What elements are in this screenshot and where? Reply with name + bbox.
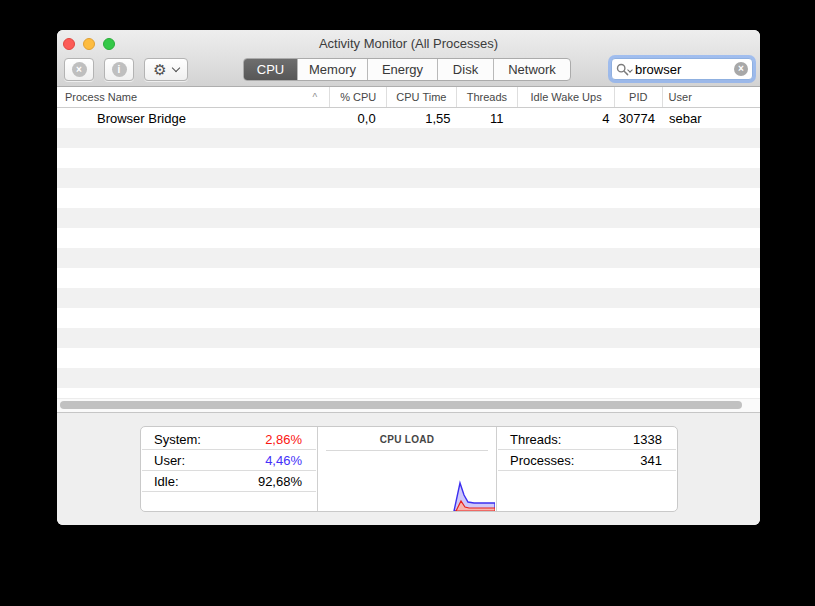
search-field[interactable]: × — [611, 58, 753, 80]
column-header-threads[interactable]: Threads — [457, 87, 519, 107]
column-label: % CPU — [340, 91, 376, 103]
horizontal-scrollbar[interactable] — [57, 398, 760, 412]
close-button[interactable] — [63, 38, 75, 50]
column-header-user[interactable]: User — [663, 87, 760, 107]
cell-idle-wake-ups: 4 — [520, 108, 616, 128]
cpu-summary-box: System:2,86%User:4,46%Idle:92,68% CPU LO… — [140, 426, 678, 512]
cell-user: sebar — [663, 108, 760, 128]
quit-process-icon: × — [72, 62, 87, 77]
column-label: PID — [629, 91, 647, 103]
column-label: Threads — [467, 91, 507, 103]
cpu-stat-label: System: — [154, 432, 201, 447]
column-header-cpu-time[interactable]: CPU Time — [387, 87, 456, 107]
cpu-stat-row: Idle:92,68% — [142, 471, 316, 492]
tab-disk[interactable]: Disk — [438, 59, 494, 80]
cpu-load-section: CPU LOAD — [318, 427, 497, 511]
minimize-button[interactable] — [83, 38, 95, 50]
quit-process-button[interactable]: × — [64, 58, 94, 81]
titlebar[interactable]: Activity Monitor (All Processes) — [57, 30, 760, 57]
cpu-load-graph — [318, 461, 495, 511]
scrollbar-thumb[interactable] — [60, 401, 742, 409]
cpu-percent-section: System:2,86%User:4,46%Idle:92,68% — [141, 427, 318, 511]
activity-monitor-window: Activity Monitor (All Processes) × i ⚙ C… — [57, 30, 760, 525]
tab-energy[interactable]: Energy — [368, 59, 438, 80]
column-label: Idle Wake Ups — [531, 91, 602, 103]
column-label: Process Name — [65, 91, 137, 103]
tab-network[interactable]: Network — [494, 59, 570, 80]
cpu-stat-label: User: — [154, 453, 185, 468]
table-header: Process Name^% CPUCPU TimeThreadsIdle Wa… — [57, 87, 760, 108]
window-chrome: Activity Monitor (All Processes) × i ⚙ C… — [57, 30, 760, 87]
view-switcher: CPUMemoryEnergyDiskNetwork — [243, 58, 571, 81]
inspect-process-button[interactable]: i — [104, 58, 134, 81]
process-table[interactable]: Browser Bridge0,01,5511430774sebar — [57, 108, 760, 398]
info-icon: i — [112, 62, 127, 77]
column-label: CPU Time — [396, 91, 446, 103]
search-input[interactable] — [633, 62, 734, 77]
actions-menu-button[interactable]: ⚙ — [144, 58, 188, 81]
footer-panel: System:2,86%User:4,46%Idle:92,68% CPU LO… — [57, 412, 760, 525]
gear-icon: ⚙ — [153, 62, 166, 77]
cpu-stat-value: 2,86% — [265, 432, 302, 447]
search-menu-chevron-icon — [627, 67, 633, 73]
cell--cpu: 0,0 — [332, 108, 389, 128]
column-header--cpu[interactable]: % CPU — [330, 87, 387, 107]
tab-cpu[interactable]: CPU — [244, 59, 298, 80]
traffic-lights — [63, 38, 115, 50]
column-header-process-name[interactable]: Process Name^ — [57, 87, 330, 107]
cell-process-name: Browser Bridge — [57, 108, 332, 128]
cpu-stat-row: User:4,46% — [142, 450, 316, 471]
count-value: 1338 — [633, 432, 662, 447]
toolbar: × i ⚙ CPUMemoryEnergyDiskNetwork × — [57, 57, 760, 87]
column-header-idle-wake-ups[interactable]: Idle Wake Ups — [518, 87, 615, 107]
cell-cpu-time: 1,55 — [389, 108, 458, 128]
cpu-stat-value: 92,68% — [258, 474, 302, 489]
cpu-load-divider — [326, 450, 488, 451]
column-label: User — [669, 91, 692, 103]
window-title: Activity Monitor (All Processes) — [57, 30, 760, 58]
chevron-down-icon — [171, 63, 179, 71]
zoom-button[interactable] — [103, 38, 115, 50]
column-header-pid[interactable]: PID — [615, 87, 663, 107]
tab-memory[interactable]: Memory — [298, 59, 368, 80]
count-value: 341 — [640, 453, 662, 468]
count-label: Threads: — [510, 432, 561, 447]
sort-ascending-icon: ^ — [312, 92, 323, 103]
process-row[interactable]: Browser Bridge0,01,5511430774sebar — [57, 108, 760, 128]
count-label: Processes: — [510, 453, 574, 468]
cpu-stat-value: 4,46% — [265, 453, 302, 468]
count-row: Processes:341 — [498, 450, 676, 471]
counts-section: Threads:1338Processes:341 — [497, 427, 677, 511]
cell-threads: 11 — [458, 108, 520, 128]
cpu-stat-label: Idle: — [154, 474, 179, 489]
cpu-load-title: CPU LOAD — [318, 427, 496, 445]
cpu-stat-row: System:2,86% — [142, 429, 316, 450]
count-row: Threads:1338 — [498, 429, 676, 450]
clear-search-button[interactable]: × — [734, 62, 748, 76]
cell-pid: 30774 — [616, 108, 663, 128]
